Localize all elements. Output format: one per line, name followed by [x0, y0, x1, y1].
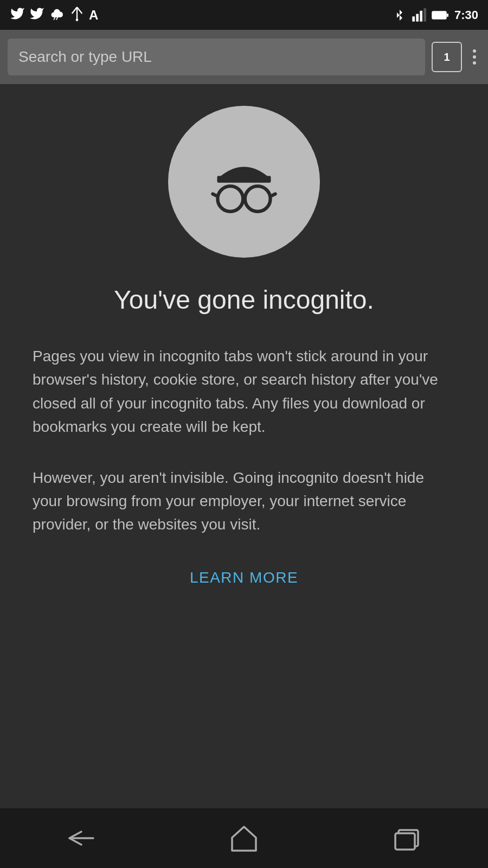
svg-point-5: [76, 18, 79, 21]
status-bar-left-icons: A: [10, 6, 98, 24]
back-button[interactable]: [49, 819, 114, 857]
dot-1: [473, 49, 476, 53]
svg-line-3: [77, 7, 82, 14]
cloud-icon: [49, 6, 65, 24]
incognito-description-2: However, you aren't invisible. Going inc…: [33, 466, 455, 537]
svg-rect-6: [412, 16, 415, 21]
svg-point-14: [245, 186, 271, 212]
main-content: You've gone incognito. Pages you view in…: [0, 84, 488, 808]
status-time: 7:30: [454, 8, 478, 22]
svg-rect-8: [420, 10, 422, 21]
signal-icon: [411, 8, 426, 23]
battery-icon: [432, 9, 449, 21]
svg-rect-11: [447, 14, 448, 17]
svg-rect-9: [423, 8, 426, 21]
dot-2: [473, 55, 476, 59]
tab-count-button[interactable]: 1: [432, 42, 462, 72]
search-input-container[interactable]: Search or type URL: [8, 39, 425, 75]
back-icon: [65, 827, 98, 849]
status-bar-right-icons: 7:30: [394, 8, 478, 23]
svg-line-16: [213, 194, 217, 197]
svg-line-2: [72, 7, 77, 14]
dot-3: [473, 61, 476, 65]
home-button[interactable]: [211, 819, 277, 857]
status-bar: A 7:30: [0, 0, 488, 30]
home-icon: [228, 824, 260, 853]
svg-line-1: [56, 17, 57, 20]
incognito-description-1: Pages you view in incognito tabs won't s…: [33, 344, 455, 439]
learn-more-button[interactable]: LEARN MORE: [190, 569, 298, 586]
svg-rect-7: [416, 14, 419, 21]
antenna-icon: [69, 6, 85, 24]
bluetooth-icon: [394, 8, 406, 23]
twitter-icon-2: [29, 6, 44, 24]
svg-point-13: [217, 186, 243, 212]
nav-bar: [0, 808, 488, 868]
app-icon: A: [89, 8, 98, 23]
recents-button[interactable]: [374, 819, 439, 857]
incognito-icon-circle: [168, 106, 320, 258]
more-options-button[interactable]: [468, 45, 480, 69]
address-bar: Search or type URL 1: [0, 30, 488, 84]
tab-count-label: 1: [444, 51, 450, 63]
svg-rect-19: [395, 833, 415, 850]
twitter-icon-1: [10, 6, 25, 24]
svg-rect-10: [432, 11, 446, 19]
incognito-icon: [195, 133, 293, 231]
svg-line-17: [271, 194, 275, 197]
recents-icon: [391, 825, 422, 852]
svg-rect-12: [217, 176, 271, 183]
search-input-placeholder: Search or type URL: [18, 48, 152, 66]
incognito-title: You've gone incognito.: [114, 285, 374, 315]
svg-line-0: [54, 17, 55, 20]
